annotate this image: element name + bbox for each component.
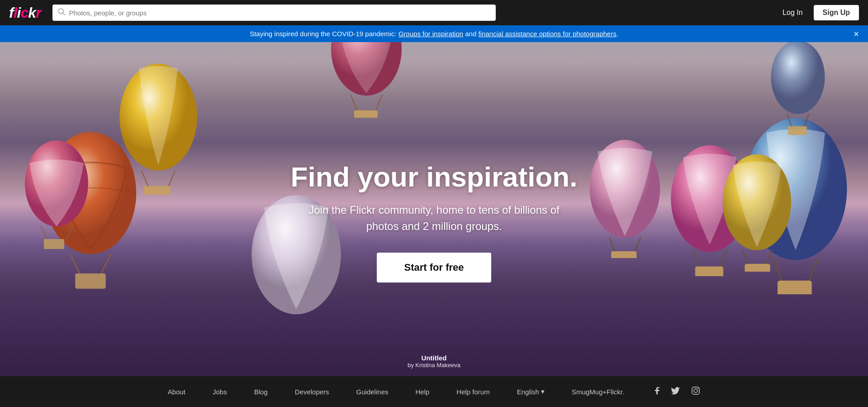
svg-point-30 [771,40,825,114]
svg-line-3 [70,254,81,274]
svg-line-8 [66,226,72,240]
svg-line-20 [809,259,817,282]
balloon-mid-white-pink [585,136,664,258]
assistance-link[interactable]: financial assistance options for photogr… [478,30,616,38]
svg-line-23 [693,251,700,267]
announcement-text: Staying inspired during the COVID-19 pan… [250,30,618,38]
balloon-yellow-right [719,149,796,272]
svg-rect-5 [75,273,106,289]
header-right: Log In Sign Up [777,5,859,20]
flickr-logo[interactable]: flickr [9,5,41,21]
svg-line-32 [804,114,809,128]
signup-button[interactable]: Sign Up [814,5,859,20]
balloon-yellow [113,59,204,195]
start-free-button[interactable]: Start for free [377,253,491,283]
svg-line-31 [787,114,792,128]
svg-line-28 [765,249,772,265]
header: flickr Log In Sign Up [0,0,868,25]
svg-rect-38 [611,251,636,258]
photo-credit: Untitled by Kristina Makeeva [408,354,460,369]
hero-section: Find your inspiration. Join the Flickr c… [0,0,868,407]
hero-subtitle: Join the Flickr community, home to tens … [291,202,578,235]
svg-rect-9 [44,239,64,249]
svg-line-12 [168,170,175,187]
svg-rect-29 [745,264,770,272]
footer-link-about[interactable]: About [168,388,185,396]
svg-rect-13 [144,186,171,195]
svg-line-16 [375,95,382,112]
footer-link-blog[interactable]: Blog [254,388,268,396]
search-input[interactable] [69,9,490,17]
photo-title: Untitled [408,354,460,362]
announcement-bar: Staying inspired during the COVID-19 pan… [0,25,868,42]
footer-link-developers[interactable]: Developers [295,388,329,396]
photo-author: by Kristina Makeeva [408,362,460,369]
hero-content: Find your inspiration. Join the Flickr c… [291,161,578,283]
search-icon [58,8,65,17]
login-button[interactable]: Log In [777,6,808,19]
footer-link-guidelines[interactable]: Guidelines [356,388,389,396]
facebook-icon[interactable] [651,386,660,397]
svg-line-36 [609,238,615,252]
hero-title: Find your inspiration. [291,161,578,193]
svg-line-37 [635,238,640,252]
twitter-icon[interactable] [671,386,680,397]
footer-link-jobs[interactable]: Jobs [213,388,227,396]
svg-line-1 [63,13,65,15]
instagram-icon[interactable] [691,386,700,397]
search-bar [52,5,496,21]
svg-point-41 [697,388,698,389]
svg-point-40 [694,389,697,393]
footer-social [651,386,700,397]
svg-line-11 [142,170,149,187]
footer-link-help-forum[interactable]: Help forum [456,388,489,396]
svg-line-7 [41,226,47,240]
balloon-pink-white [20,131,93,249]
svg-line-27 [742,249,749,265]
svg-rect-17 [354,110,378,118]
inspiration-link[interactable]: Groups for inspiration [398,30,463,38]
footer-link-help[interactable]: Help [415,388,429,396]
svg-line-15 [351,95,357,112]
language-selector[interactable]: English ▾ [517,388,545,396]
language-label: English [517,388,539,396]
chevron-down-icon: ▾ [541,388,545,396]
svg-rect-33 [788,126,806,135]
svg-line-4 [101,254,111,274]
footer: About Jobs Blog Developers Guidelines He… [0,376,868,407]
announcement-close-button[interactable]: × [854,29,859,38]
footer-smugmug-link[interactable]: SmugMug+Flickr. [572,388,624,396]
svg-rect-21 [778,281,812,294]
balloon-small-top-right [768,36,827,136]
